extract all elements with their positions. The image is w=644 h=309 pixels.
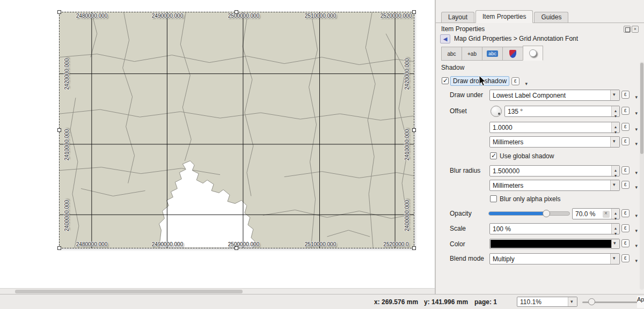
data-defined-override-button[interactable] [621, 239, 638, 249]
opacity-slider[interactable] [488, 211, 570, 216]
selection-handle[interactable] [235, 246, 238, 250]
layout-canvas[interactable]: 2480000.000 2490000.000 2500000.000 2510… [0, 0, 435, 294]
panel-float-icon[interactable] [624, 26, 631, 33]
subtab-shadow[interactable] [523, 46, 543, 61]
shadow-icon [529, 49, 537, 57]
data-defined-override-button[interactable] [621, 122, 638, 133]
opacity-spinbox[interactable]: 70.0 % [572, 208, 620, 219]
dropdown-icon [635, 168, 638, 176]
data-defined-override-button[interactable] [511, 77, 528, 87]
use-global-shadow-label[interactable]: Use global shadow [500, 152, 554, 160]
dropdown-icon [635, 211, 638, 219]
panel-vertical-scrollbar[interactable] [640, 62, 644, 290]
expression-icon [621, 137, 630, 145]
panel-close-icon[interactable] [632, 26, 639, 33]
selection-handle[interactable] [235, 10, 238, 14]
spin-down-icon[interactable] [612, 214, 619, 219]
color-button[interactable] [489, 239, 620, 249]
selection-handle[interactable] [57, 10, 61, 14]
zoom-level-combobox[interactable]: 110.1% [517, 297, 577, 307]
cursor-y-readout: y: 141.996 mm [424, 298, 468, 306]
subtab-buffer[interactable]: abc [482, 47, 502, 61]
grid-annotation-bottom: 2480000.000 [76, 241, 107, 247]
zoom-slider-handle[interactable] [588, 298, 595, 305]
blur-units-combobox[interactable]: Millimeters [489, 180, 620, 191]
spin-up-icon[interactable] [612, 166, 619, 171]
spin-up-icon[interactable] [612, 209, 619, 214]
chevron-down-icon [568, 297, 577, 306]
blur-only-alpha-label[interactable]: Blur only alpha pixels [500, 195, 560, 203]
grid-annotation-top: 2520000.000 [380, 13, 412, 19]
clear-icon[interactable] [603, 211, 610, 218]
selection-handle[interactable] [412, 246, 416, 250]
canvas-horizontal-scrollbar[interactable] [0, 288, 435, 294]
spin-down-icon[interactable] [612, 229, 619, 234]
scale-spinbox[interactable]: 100 % [489, 223, 620, 234]
scrollbar-thumb[interactable] [640, 63, 643, 154]
subtab-background[interactable] [502, 47, 523, 61]
spin-arrows[interactable] [611, 166, 619, 176]
text-icon: abc [447, 51, 456, 57]
grid-annotation-bottom: 2520000.0 [383, 241, 408, 247]
data-defined-override-button[interactable] [621, 137, 638, 148]
blur-only-alpha-checkbox[interactable] [490, 195, 497, 202]
tab-layout[interactable]: Layout [441, 12, 474, 23]
use-global-shadow-checkbox[interactable] [490, 152, 497, 159]
data-defined-override-button[interactable] [621, 224, 638, 234]
grid-annotation-bottom: 2490000.000 [152, 241, 183, 247]
draw-under-combobox[interactable]: Lowest Label Component [489, 90, 620, 101]
shield-icon [509, 50, 516, 58]
opacity-slider-fill [489, 212, 545, 215]
breadcrumb: Map Grid Properties > Grid Annotation Fo… [440, 33, 578, 44]
selection-handle[interactable] [412, 10, 416, 14]
tab-guides[interactable]: Guides [534, 12, 568, 23]
offset-angle-dial[interactable] [491, 106, 502, 117]
grid-annotation-left: 2410000.000 [64, 129, 70, 160]
subtab-text[interactable]: abc [441, 47, 462, 61]
draw-drop-shadow-checkbox[interactable] [442, 77, 449, 84]
zoom-level-value: 110.1% [520, 298, 541, 306]
spin-arrows[interactable] [611, 106, 619, 116]
data-defined-override-button[interactable] [621, 166, 638, 176]
back-button[interactable] [440, 34, 450, 43]
grid-annotation-bottom: 2500000.000 [228, 241, 259, 247]
expression-icon [621, 209, 630, 217]
color-swatch [491, 240, 611, 248]
selection-handle[interactable] [412, 128, 416, 132]
dropdown-icon [635, 183, 638, 190]
opacity-label: Opacity [450, 210, 487, 217]
subtab-formatting[interactable]: +ab [462, 47, 482, 61]
data-defined-override-button[interactable] [621, 90, 638, 101]
data-defined-override-button[interactable] [621, 209, 638, 219]
draw-under-label: Draw under [450, 91, 487, 99]
offset-distance-spinbox[interactable]: 1.0000 [489, 122, 620, 133]
spin-up-icon[interactable] [612, 224, 619, 229]
grid-annotation-top: 2500000.000 [228, 13, 259, 19]
spin-down-icon[interactable] [612, 171, 619, 176]
data-defined-override-button[interactable] [621, 180, 638, 191]
scrollbar-thumb[interactable] [15, 290, 243, 293]
spin-up-icon[interactable] [612, 106, 619, 112]
expression-icon [621, 91, 630, 99]
spin-down-icon[interactable] [612, 112, 619, 117]
data-defined-override-button[interactable] [621, 254, 638, 264]
data-defined-override-button[interactable] [621, 106, 638, 117]
opacity-slider-handle[interactable] [543, 210, 550, 217]
blend-mode-combobox[interactable]: Multiply [489, 253, 620, 264]
spin-up-icon[interactable] [612, 122, 619, 128]
spin-arrows[interactable] [611, 224, 619, 234]
selection-handle[interactable] [57, 246, 61, 250]
grid-annotation-right: 2400000.000 [404, 200, 410, 231]
offset-angle-spinbox[interactable]: 135 ° [504, 106, 620, 117]
chevron-down-icon[interactable] [611, 239, 619, 248]
spin-arrows[interactable] [611, 209, 619, 219]
offset-units-combobox[interactable]: Millimeters [489, 136, 620, 148]
spin-arrows[interactable] [611, 122, 619, 133]
panel-tabbar: Layout Item Properties Guides [436, 10, 644, 23]
tab-item-properties[interactable]: Item Properties [475, 10, 533, 23]
blur-radius-spinbox[interactable]: 1.500000 [489, 165, 620, 176]
map-item[interactable]: 2480000.000 2490000.000 2500000.000 2510… [59, 12, 414, 248]
spin-down-icon[interactable] [612, 128, 619, 133]
grid-annotation-right: 2410000.000 [404, 129, 410, 160]
selection-handle[interactable] [57, 128, 61, 132]
